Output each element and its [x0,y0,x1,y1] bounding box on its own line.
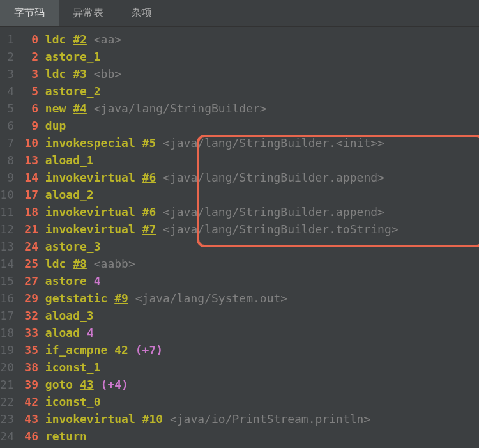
offset: 13 [20,151,38,169]
constpool-ref[interactable]: #7 [142,222,156,236]
line-number: 20 [0,359,14,376]
constpool-ref[interactable]: #9 [114,291,128,305]
bytecode-line[interactable]: 18 invokevirtual #6 <java/lang/StringBui… [18,203,479,220]
jump-target[interactable]: 43 [80,378,94,391]
offset: 3 [20,65,38,82]
bytecode-line[interactable]: 25 ldc #8 <aabb> [18,255,479,272]
offset: 21 [20,220,38,238]
opcode: ldc [45,33,66,46]
opcode: iconst_0 [45,395,101,408]
comment: <bb> [94,67,121,81]
jump-delta: (+4) [101,378,128,391]
opcode: aload [45,326,80,339]
bytecode-line[interactable]: 43 invokevirtual #10 <java/io/PrintStrea… [18,410,479,428]
line-number: 12 [0,220,14,238]
offset: 39 [20,376,38,393]
opcode: new [45,102,66,115]
constpool-ref[interactable]: #2 [73,33,87,46]
tab-bytecode[interactable]: 字节码 [0,0,59,26]
opcode: aload_3 [45,309,94,322]
line-number: 1 [0,31,14,48]
operand-number: 4 [87,326,94,339]
opcode: astore_3 [45,240,101,253]
line-gutter: 123456789101112131415161718192021222324 [0,31,18,445]
constpool-ref[interactable]: #10 [142,412,163,426]
offset: 32 [20,307,38,324]
bytecode-line[interactable]: 9 dup [18,117,479,134]
bytecode-line[interactable]: 6 new #4 <java/lang/StringBuilder> [18,100,479,117]
line-number: 7 [0,134,14,151]
opcode: ldc [45,67,66,81]
line-number: 16 [0,290,14,307]
opcode: if_acmpne [45,343,108,357]
bytecode-lines: 0 ldc #2 <aa>2 astore_13 ldc #3 <bb>5 as… [18,31,479,445]
bytecode-line[interactable]: 39 goto 43 (+4) [18,376,479,393]
bytecode-line[interactable]: 21 invokevirtual #7 <java/lang/StringBui… [18,220,479,238]
bytecode-line[interactable]: 3 ldc #3 <bb> [18,65,479,82]
line-number: 21 [0,376,14,393]
bytecode-line[interactable]: 33 aload 4 [18,324,479,341]
constpool-ref[interactable]: #5 [142,136,156,150]
line-number: 17 [0,307,14,324]
constpool-ref[interactable]: #6 [142,171,156,184]
bytecode-line[interactable]: 17 aload_2 [18,186,479,203]
comment: <java/lang/StringBuilder> [94,102,267,115]
bytecode-line[interactable]: 0 ldc #2 <aa> [18,31,479,48]
offset: 24 [20,238,38,255]
opcode: astore [45,274,87,288]
bytecode-line[interactable]: 10 invokespecial #5 <java/lang/StringBui… [18,134,479,151]
bytecode-line[interactable]: 29 getstatic #9 <java/lang/System.out> [18,290,479,307]
bytecode-line[interactable]: 35 if_acmpne 42 (+7) [18,341,479,359]
constpool-ref[interactable]: #6 [142,205,156,219]
line-number: 14 [0,255,14,272]
comment: <java/lang/StringBuilder.append> [163,171,384,184]
bytecode-line[interactable]: 24 astore_3 [18,238,479,255]
bytecode-line[interactable]: 13 aload_1 [18,151,479,169]
opcode: astore_1 [45,50,101,63]
offset: 17 [20,186,38,203]
comment: <aa> [94,33,121,46]
bytecode-line[interactable]: 46 return [18,428,479,445]
line-number: 23 [0,410,14,428]
opcode: return [45,429,87,443]
offset: 25 [20,255,38,272]
line-number: 15 [0,272,14,290]
offset: 9 [20,117,38,134]
constpool-ref[interactable]: #3 [73,67,87,81]
bytecode-line[interactable]: 5 astore_2 [18,82,479,100]
jump-delta: (+7) [135,343,163,357]
offset: 33 [20,324,38,341]
bytecode-line[interactable]: 38 iconst_1 [18,359,479,376]
constpool-ref[interactable]: #8 [73,257,87,270]
tabs-bar: 字节码 异常表 杂项 [0,0,479,27]
comment: <java/lang/StringBuilder.append> [163,205,384,219]
bytecode-line[interactable]: 32 aload_3 [18,307,479,324]
opcode: getstatic [45,291,108,305]
line-number: 13 [0,238,14,255]
line-number: 2 [0,48,14,65]
comment: <java/lang/StringBuilder.toString> [163,222,398,236]
opcode: invokevirtual [45,171,135,184]
constpool-ref[interactable]: #4 [73,102,87,115]
opcode: invokevirtual [45,205,135,219]
bytecode-line[interactable]: 42 iconst_0 [18,393,479,410]
tab-misc[interactable]: 杂项 [118,0,166,26]
line-number: 4 [0,82,14,100]
opcode: dup [45,119,66,132]
bytecode-line[interactable]: 27 astore 4 [18,272,479,290]
jump-target[interactable]: 42 [114,343,128,357]
opcode: ldc [45,257,66,270]
tab-exception-table[interactable]: 异常表 [59,0,118,26]
bytecode-line[interactable]: 14 invokevirtual #6 <java/lang/StringBui… [18,169,479,186]
offset: 2 [20,48,38,65]
opcode: invokevirtual [45,222,135,236]
bytecode-line[interactable]: 2 astore_1 [18,48,479,65]
line-number: 11 [0,203,14,220]
offset: 43 [20,410,38,428]
line-number: 24 [0,428,14,445]
line-number: 10 [0,186,14,203]
comment: <java/lang/StringBuilder.<init>> [163,136,384,150]
opcode: invokevirtual [45,412,135,426]
line-number: 18 [0,324,14,341]
line-number: 6 [0,117,14,134]
